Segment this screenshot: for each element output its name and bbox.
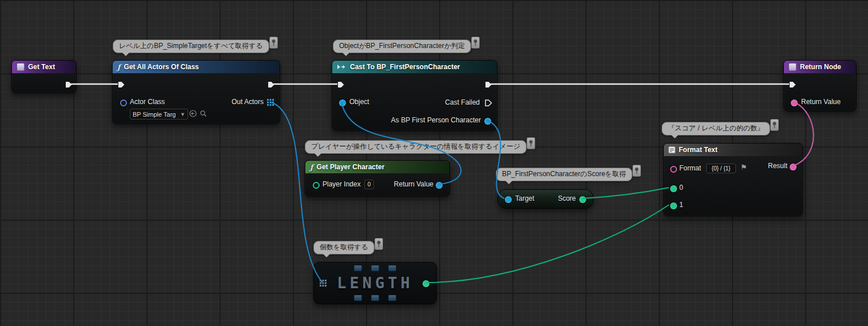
exec-in-pin[interactable]: [117, 81, 125, 89]
pushpin-icon: [772, 121, 777, 129]
node-return-node[interactable]: Return Node Return Value: [783, 60, 857, 112]
node-header: ƒ Get Player Character: [305, 161, 449, 173]
wire-length-format1[interactable]: [426, 205, 669, 283]
exec-in-pin[interactable]: [337, 81, 345, 89]
comment-text: プレイヤーが操作しているキャラクターの情報を取得するイメージ: [311, 142, 520, 150]
player-index-value: 0: [368, 181, 371, 188]
length-decoration-bottom: [355, 295, 396, 301]
cast-failed-exec-pin[interactable]: [484, 99, 492, 107]
exec-in-pin[interactable]: [789, 81, 797, 89]
use-selected-icon[interactable]: [189, 110, 197, 117]
node-title: Get Text: [28, 63, 55, 71]
comment-length[interactable]: 個数を取得する: [313, 241, 375, 255]
node-get-text[interactable]: Get Text: [11, 60, 77, 93]
node-header: Get Text: [12, 61, 76, 73]
return-value-pin[interactable]: [791, 100, 798, 106]
pushpin-icon: [634, 167, 639, 174]
as-character-pin[interactable]: [484, 118, 491, 125]
node-header: Cast To BP_FirstPersonCharacter: [332, 61, 497, 73]
node-title: Get Player Character: [317, 163, 385, 171]
actor-class-value: BP Simple Targ: [133, 111, 176, 118]
format-pin[interactable]: [670, 166, 677, 173]
array-input-pin[interactable]: [320, 280, 327, 287]
format-input[interactable]: {0} / {1}: [706, 164, 736, 173]
arg0-pin[interactable]: [670, 185, 677, 192]
format-value: {0} / {1}: [712, 165, 731, 172]
pushpin-icon: [473, 39, 478, 46]
exec-out-pin[interactable]: [484, 81, 492, 89]
result-label: Result: [768, 162, 787, 170]
object-pin[interactable]: [339, 100, 346, 106]
object-label: Object: [349, 98, 369, 106]
pushpin-icon: [528, 140, 533, 147]
arg0-label: 0: [679, 184, 683, 192]
exec-out-pin[interactable]: [65, 81, 73, 89]
node-get-player-character[interactable]: ƒ Get Player Character Player Index 0 Re…: [305, 160, 450, 197]
node-title: Cast To BP_FirstPersonCharacter: [350, 63, 460, 71]
cast-failed-label: Cast Failed: [445, 98, 480, 106]
score-pin[interactable]: [579, 196, 586, 203]
node-cast-to-bp-firstpersoncharacter[interactable]: Cast To BP_FirstPersonCharacter Object C…: [332, 60, 497, 131]
pushpin-icon: [376, 240, 381, 248]
comment-get-all-actors[interactable]: レベル上のBP_SimpleTargetをすべて取得する: [113, 39, 269, 53]
node-title: LENGTH: [314, 274, 436, 292]
return-value-label: Return Value: [394, 180, 433, 188]
score-label: Score: [558, 194, 576, 202]
node-get-score[interactable]: Target Score: [497, 189, 594, 209]
comment-pin-button[interactable]: [527, 137, 535, 149]
actor-class-label: Actor Class: [130, 98, 165, 106]
wire-ascharacter-target[interactable]: [487, 120, 504, 198]
comment-get-player-character[interactable]: プレイヤーが操作しているキャラクターの情報を取得するイメージ: [305, 140, 527, 154]
comment-pin-button[interactable]: [375, 238, 383, 250]
comment-pin-button[interactable]: [471, 37, 480, 49]
actor-class-pin[interactable]: [120, 100, 127, 106]
node-title: Get All Actors Of Class: [124, 63, 199, 71]
node-header: ƒ Get All Actors Of Class: [113, 61, 280, 73]
comment-text: ObjectがBP_FirstPersonCharacterか判定: [339, 42, 465, 50]
function-entry-icon: [17, 63, 25, 71]
node-get-all-actors-of-class[interactable]: ƒ Get All Actors Of Class Actor Class BP…: [112, 60, 280, 124]
arg1-pin[interactable]: [670, 202, 677, 209]
format-label: Format: [679, 164, 701, 172]
comment-pin-button[interactable]: [269, 37, 278, 49]
flag-icon[interactable]: ⚑: [740, 164, 747, 171]
target-pin[interactable]: [505, 196, 512, 203]
node-header: Format Text: [664, 144, 802, 156]
pushpin-icon: [271, 39, 276, 46]
node-title: Format Text: [679, 146, 718, 154]
browse-search-icon[interactable]: [200, 110, 207, 117]
function-icon: ƒ: [117, 63, 121, 71]
node-title: Return Node: [800, 63, 841, 71]
length-output-pin[interactable]: [423, 280, 429, 287]
comment-format-text[interactable]: 『スコア / レベル上の的の数』: [662, 122, 770, 136]
comment-text: BP_FirstPersonCharacterのScoreを取得: [502, 170, 626, 178]
return-value-label: Return Value: [801, 98, 841, 106]
function-icon: ƒ: [310, 164, 313, 171]
comment-text: 『スコア / レベル上の的の数』: [668, 124, 764, 132]
arg1-label: 1: [679, 201, 683, 209]
node-format-text[interactable]: Format Text Format {0} / {1} ⚑ Result 0 …: [663, 143, 803, 216]
comment-cast[interactable]: ObjectがBP_FirstPersonCharacterか判定: [333, 39, 471, 53]
out-actors-label: Out Actors: [232, 98, 264, 106]
length-decoration-top: [355, 265, 396, 271]
node-array-length[interactable]: LENGTH: [313, 262, 437, 304]
chevron-down-icon: ▼: [180, 112, 185, 117]
blueprint-graph-canvas[interactable]: レベル上のBP_SimpleTargetをすべて取得する ObjectがBP_F…: [0, 0, 868, 326]
comment-get-score[interactable]: BP_FirstPersonCharacterのScoreを取得: [496, 168, 632, 181]
comment-text: レベル上のBP_SimpleTargetをすべて取得する: [119, 42, 263, 50]
out-actors-array-pin[interactable]: [267, 99, 274, 106]
player-index-input[interactable]: 0: [364, 180, 374, 189]
player-index-pin[interactable]: [313, 182, 320, 189]
comment-text: 個数を取得する: [320, 243, 368, 251]
result-pin[interactable]: [790, 164, 797, 170]
comment-pin-button[interactable]: [770, 119, 779, 131]
comment-pin-button[interactable]: [632, 165, 641, 177]
actor-class-dropdown[interactable]: BP Simple Targ ▼: [130, 109, 188, 120]
function-result-icon: [789, 63, 797, 71]
as-character-label: As BP First Person Character: [391, 116, 481, 124]
exec-out-pin[interactable]: [267, 81, 275, 89]
cast-icon: [337, 63, 347, 70]
text-icon: [668, 146, 675, 153]
return-value-pin[interactable]: [436, 182, 443, 189]
wire-score-format0[interactable]: [583, 188, 669, 198]
